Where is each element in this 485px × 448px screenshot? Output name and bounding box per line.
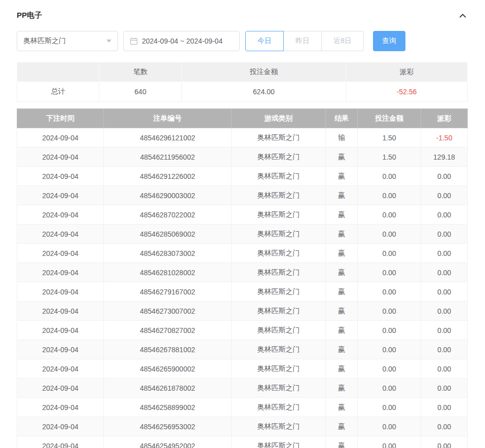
cell-bet-amount: 0.00 — [358, 379, 421, 398]
header-bet-time: 下注时间 — [17, 109, 104, 128]
header-game-type: 游戏类别 — [232, 109, 326, 128]
bet-table-header-row: 下注时间 注单编号 游戏类别 结果 投注金额 派彩 — [17, 109, 468, 128]
summary-header-row: 笔数 投注金额 派彩 — [17, 62, 468, 82]
cell-order-id: 48546273007002 — [104, 302, 232, 321]
today-button[interactable]: 今日 — [245, 31, 284, 51]
cell-bet-amount: 0.00 — [358, 417, 421, 436]
table-row: 2024-09-0448546291226002奥林匹斯之门赢0.000.00 — [17, 167, 468, 186]
cell-payout: 0.00 — [421, 379, 468, 398]
cell-result: 赢 — [326, 340, 358, 359]
cell-payout: 0.00 — [421, 359, 468, 379]
cell-result: 赢 — [326, 167, 358, 186]
header-result: 结果 — [326, 109, 358, 128]
summary-header-count: 笔数 — [99, 62, 182, 82]
table-row: 2024-09-0448546270827002奥林匹斯之门赢0.000.00 — [17, 321, 468, 340]
cell-order-id: 48546296121002 — [104, 128, 232, 147]
cell-order-id: 48546254952002 — [104, 436, 232, 448]
cell-result: 输 — [326, 128, 358, 147]
cell-result: 赢 — [326, 205, 358, 225]
cell-payout: 0.00 — [421, 436, 468, 448]
cell-result: 赢 — [326, 359, 358, 379]
cell-game-type: 奥林匹斯之门 — [232, 147, 326, 167]
summary-total-count: 640 — [99, 82, 182, 102]
query-button[interactable]: 查询 — [373, 31, 405, 51]
cell-order-id: 48546261878002 — [104, 379, 232, 398]
cell-bet-amount: 0.00 — [358, 205, 421, 225]
cell-payout: 129.18 — [421, 147, 468, 167]
cell-bet-amount: 0.00 — [358, 167, 421, 186]
cell-result: 赢 — [326, 302, 358, 321]
cell-game-type: 奥林匹斯之门 — [232, 225, 326, 244]
game-select[interactable]: 奥林匹斯之门 — [17, 31, 118, 51]
table-row: 2024-09-0448546281028002奥林匹斯之门赢0.000.00 — [17, 263, 468, 282]
cell-order-id: 48546285069002 — [104, 225, 232, 244]
summary-total-row: 总计 640 624.00 -52.56 — [17, 82, 468, 102]
cell-order-id: 48546265900002 — [104, 359, 232, 379]
pp-electronic-panel: PP电子 奥林匹斯之门 2024-09-04 ~ 2024-09-04 今日 昨… — [0, 0, 485, 448]
cell-order-id: 48546283073002 — [104, 244, 232, 263]
cell-bet-time: 2024-09-04 — [17, 186, 104, 205]
cell-bet-amount: 0.00 — [358, 436, 421, 448]
cell-result: 赢 — [326, 321, 358, 340]
cell-game-type: 奥林匹斯之门 — [232, 359, 326, 379]
table-row: 2024-09-0448546287022002奥林匹斯之门赢0.000.00 — [17, 205, 468, 225]
cell-game-type: 奥林匹斯之门 — [232, 282, 326, 302]
panel-header: PP电子 — [17, 0, 467, 20]
cell-payout: 0.00 — [421, 302, 468, 321]
table-row: 2024-09-0448546283073002奥林匹斯之门赢0.000.00 — [17, 244, 468, 263]
game-select-value: 奥林匹斯之门 — [23, 36, 66, 46]
cell-game-type: 奥林匹斯之门 — [232, 302, 326, 321]
cell-result: 赢 — [326, 244, 358, 263]
cell-game-type: 奥林匹斯之门 — [232, 417, 326, 436]
cell-bet-time: 2024-09-04 — [17, 302, 104, 321]
cell-game-type: 奥林匹斯之门 — [232, 340, 326, 359]
cell-bet-time: 2024-09-04 — [17, 263, 104, 282]
table-row: 2024-09-0448546265900002奥林匹斯之门赢0.000.00 — [17, 359, 468, 379]
page-title: PP电子 — [17, 11, 42, 20]
cell-order-id: 48546279167002 — [104, 282, 232, 302]
cell-result: 赢 — [326, 436, 358, 448]
cell-payout: 0.00 — [421, 167, 468, 186]
cell-bet-time: 2024-09-04 — [17, 340, 104, 359]
cell-bet-amount: 0.00 — [358, 302, 421, 321]
date-range-input[interactable]: 2024-09-04 ~ 2024-09-04 — [123, 31, 240, 51]
cell-payout: -1.50 — [421, 128, 468, 147]
cell-bet-time: 2024-09-04 — [17, 379, 104, 398]
cell-payout: 0.00 — [421, 340, 468, 359]
table-row: 2024-09-0448546211956002奥林匹斯之门赢1.50129.1… — [17, 147, 468, 167]
cell-bet-amount: 0.00 — [358, 321, 421, 340]
table-row: 2024-09-0448546290003002奥林匹斯之门赢0.000.00 — [17, 186, 468, 205]
cell-order-id: 48546267881002 — [104, 340, 232, 359]
bet-table-body: 2024-09-0448546296121002奥林匹斯之门输1.50-1.50… — [17, 128, 468, 448]
cell-bet-amount: 0.00 — [358, 340, 421, 359]
summary-header-payout: 派彩 — [346, 62, 468, 82]
cell-bet-amount: 0.00 — [358, 186, 421, 205]
cell-order-id: 48546287022002 — [104, 205, 232, 225]
cell-bet-amount: 0.00 — [358, 263, 421, 282]
yesterday-button[interactable]: 昨日 — [283, 31, 322, 51]
cell-bet-time: 2024-09-04 — [17, 147, 104, 167]
cell-game-type: 奥林匹斯之门 — [232, 186, 326, 205]
last-8-days-button[interactable]: 近8日 — [321, 31, 364, 51]
cell-order-id: 48546291226002 — [104, 167, 232, 186]
cell-game-type: 奥林匹斯之门 — [232, 263, 326, 282]
table-row: 2024-09-0448546279167002奥林匹斯之门赢0.000.00 — [17, 282, 468, 302]
cell-bet-time: 2024-09-04 — [17, 167, 104, 186]
date-range-value: 2024-09-04 ~ 2024-09-04 — [142, 37, 222, 45]
cell-result: 赢 — [326, 379, 358, 398]
cell-result: 赢 — [326, 225, 358, 244]
cell-order-id: 48546258899002 — [104, 398, 232, 417]
cell-game-type: 奥林匹斯之门 — [232, 205, 326, 225]
cell-result: 赢 — [326, 417, 358, 436]
cell-game-type: 奥林匹斯之门 — [232, 128, 326, 147]
collapse-button[interactable] — [458, 11, 467, 20]
cell-bet-amount: 1.50 — [358, 147, 421, 167]
cell-bet-time: 2024-09-04 — [17, 398, 104, 417]
cell-result: 赢 — [326, 147, 358, 167]
chevron-up-icon — [458, 11, 467, 20]
cell-result: 赢 — [326, 263, 358, 282]
cell-order-id: 48546256953002 — [104, 417, 232, 436]
cell-payout: 0.00 — [421, 225, 468, 244]
cell-payout: 0.00 — [421, 186, 468, 205]
cell-game-type: 奥林匹斯之门 — [232, 436, 326, 448]
